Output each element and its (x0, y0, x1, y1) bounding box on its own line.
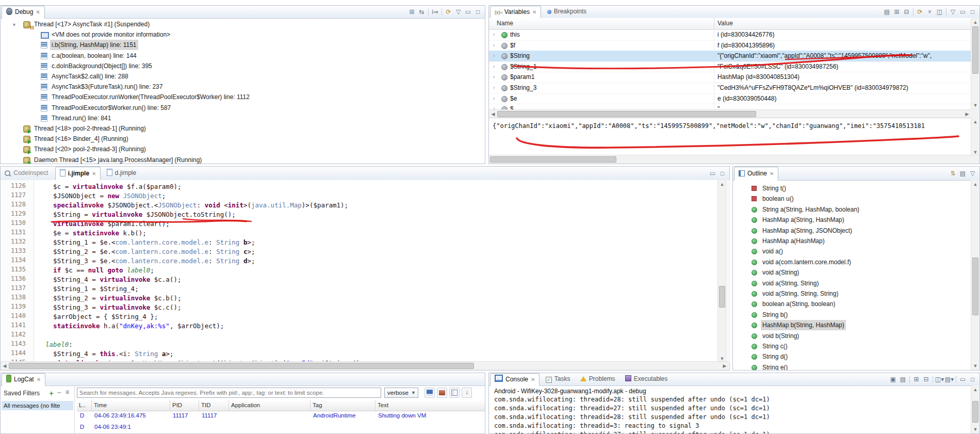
maximize-icon[interactable]: □ (968, 375, 977, 384)
debug-stack-frame[interactable]: ThreadPoolExecutor.runWorker(ThreadPoolE… (1, 92, 485, 102)
outline-item[interactable]: HashMap a(HashMap) (733, 236, 971, 246)
outline-item[interactable]: HashMap a(String, HashMap) (733, 215, 971, 225)
console-vertical-scrollbar[interactable]: ▲▼ (971, 385, 979, 433)
code-line[interactable]: $String_2 = virtualinvoke $c.b(); (38, 294, 717, 303)
tab-debug[interactable]: Debug✕ (2, 6, 45, 19)
collapse-all-icon[interactable]: ⊟ (902, 7, 911, 17)
step-into-icon[interactable]: i⇒ (430, 7, 440, 17)
tab-variables[interactable]: (x)=Variables✕ (490, 6, 541, 19)
outline-item[interactable]: void b(String) (733, 331, 971, 341)
logcat-column-header[interactable]: L.. (77, 400, 91, 411)
debug-stack-frame[interactable]: c.a(boolean, boolean) line: 144 (1, 51, 485, 61)
show-type-names-icon[interactable]: ▤ (882, 7, 892, 17)
outline-item[interactable]: String b() (733, 310, 971, 320)
display-selected-icon[interactable]: ⊟ (921, 375, 931, 384)
step-filters-icon[interactable]: ⇆ (417, 7, 427, 17)
tab-problems[interactable]: Problems (576, 373, 619, 385)
variable-row[interactable]: ›$String"{"origChanId":"xiaomi","appId":… (489, 51, 971, 62)
minimize-icon[interactable]: ▭ (708, 169, 717, 178)
view-menu-icon[interactable]: ▽ (453, 7, 463, 17)
code-line[interactable]: $JSONObject = new JSONObject; (38, 191, 717, 201)
logcat-column-header[interactable]: Tag (310, 400, 375, 411)
close-icon[interactable]: ✕ (37, 377, 41, 382)
close-icon[interactable]: ✕ (92, 171, 96, 176)
open-console-icon[interactable]: ◫▾ (935, 375, 944, 384)
debug-stack-frame[interactable]: AsyncTask$3(FutureTask).run() line: 237 (1, 82, 485, 92)
debug-thread-row[interactable]: Thread [<16> Binder_4] (Running) (1, 134, 485, 144)
outline-item[interactable]: HashMap b(String, HashMap) (733, 320, 971, 330)
remove-all-icon[interactable]: ◫ (935, 7, 944, 17)
close-icon[interactable]: ✕ (531, 377, 535, 382)
logcat-column-header[interactable]: Application (228, 400, 310, 411)
logcat-search-input[interactable] (77, 388, 381, 398)
variables-detail-pane[interactable]: {"origChanId":"xiaomi","appId":"A0008","… (489, 118, 971, 157)
variable-row[interactable]: ›$String_3"CedH3%A^uFFsZvFH9T8QAZe*Lm%qi… (489, 83, 971, 94)
column-header-name[interactable]: Name (497, 20, 513, 27)
filter-menu-icon[interactable]: ≡ (66, 389, 69, 396)
maximize-icon[interactable]: □ (473, 7, 483, 17)
code-line[interactable]: staticinvoke h.a("dnKey,ak:%s", $arrObje… (38, 322, 717, 331)
clear-console-icon[interactable]: ▣ (888, 375, 898, 384)
show-logical-structure-icon[interactable]: ⊞ (892, 7, 902, 17)
new-watch-icon[interactable]: ⟳ (915, 7, 925, 17)
code-area[interactable]: 1126 $c = virtualinvoke $f.a($param0);11… (1, 180, 717, 363)
tab-breakpoints[interactable]: Breakpoints (543, 6, 591, 18)
tree-expander-icon[interactable]: › (493, 72, 495, 82)
sort-icon[interactable]: ⇅ (948, 169, 958, 178)
code-line[interactable]: $String_4 = this.<i: String a>; (38, 349, 717, 359)
outline-item[interactable]: String t() (733, 183, 971, 194)
variable-row[interactable]: ›thisi (id=830034426776) (489, 29, 971, 41)
clear-log-icon[interactable] (437, 388, 447, 398)
variable-row[interactable]: ›$ff (id=830041395896) (489, 40, 971, 52)
logcat-column-header[interactable]: Text (375, 400, 486, 411)
outline-item[interactable]: String e() (733, 362, 971, 370)
code-line[interactable]: $String_3 = $e.<com.lantern.core.model.e… (38, 256, 717, 266)
tree-expander-icon[interactable]: ▾ (13, 20, 15, 30)
variable-row[interactable]: ›$ee (id=830039050448) (489, 93, 971, 105)
detail-horizontal-scrollbar[interactable] (489, 155, 979, 164)
close-icon[interactable]: ✕ (770, 171, 774, 176)
remove-icon[interactable]: × (925, 7, 935, 17)
variable-row[interactable]: ›$".. (489, 104, 971, 109)
tree-expander-icon[interactable]: › (493, 29, 495, 40)
debug-thread-row[interactable]: Daemon Thread [<15> java.lang.ProcessMan… (1, 155, 485, 164)
outline-vertical-scrollbar[interactable]: ▲▼ (971, 180, 979, 370)
tab-d-jimple[interactable]: d.jimple (103, 167, 140, 180)
outline-item[interactable]: void a(String, String, String) (733, 288, 971, 299)
log-level-dropdown[interactable]: verbose ▼ (384, 388, 418, 398)
variable-row[interactable]: ›$param1HashMap (id=830040851304) (489, 72, 971, 83)
code-line[interactable]: $String_3 = virtualinvoke $c.c(); (38, 303, 717, 312)
tree-expander-icon[interactable]: › (493, 93, 495, 104)
code-line[interactable]: $String_2 = $e.<com.lantern.core.model.e… (38, 247, 717, 256)
code-line[interactable]: $String = virtualinvoke $JSONObject.toSt… (38, 210, 717, 219)
tree-expander-icon[interactable]: › (493, 40, 495, 51)
display-panes-icon[interactable] (449, 388, 460, 398)
filter-item-all-messages[interactable]: All messages (no filte (2, 401, 73, 410)
outline-item[interactable]: boolean a(String, boolean) (733, 299, 971, 309)
tab-i-jimple[interactable]: i.jimple✕ (55, 167, 101, 181)
outline-item[interactable]: String d() (733, 351, 971, 362)
debug-stack-frame[interactable]: AsyncTask$2.call() line: 288 (1, 71, 485, 82)
debug-stack-frame[interactable]: Thread.run() line: 841 (1, 113, 485, 123)
outline-item[interactable]: void a() (733, 246, 971, 256)
filter-icon[interactable]: ▤ (958, 169, 968, 178)
code-line[interactable]: $String_4 = virtualinvoke $c.a(); (38, 275, 717, 284)
debug-thread-row[interactable]: Thread [<18> pool-2-thread-1] (Running) (1, 123, 485, 134)
debug-stack-frame[interactable]: <VM does not provide monitor information… (1, 29, 485, 40)
code-line[interactable]: virtualinvoke $param1.clear(); (38, 219, 717, 229)
view-menu-icon[interactable]: ▽ (968, 169, 977, 178)
logcat-row[interactable]: D04-06 23:49:1 (77, 424, 485, 433)
outline-item[interactable]: void a(String, String) (733, 278, 971, 288)
editor-horizontal-scrollbar[interactable]: ◀▶ (1, 361, 729, 370)
debug-stack-frame[interactable]: c.doInBackground(Object[]) line: 395 (1, 61, 485, 71)
logcat-column-header[interactable]: PID (170, 400, 199, 411)
outline-item[interactable]: String c() (733, 341, 971, 351)
scroll-lock-icon[interactable]: ▤ (898, 375, 908, 384)
code-line[interactable]: $c = virtualinvoke $f.a($param0); (38, 182, 717, 191)
code-line[interactable]: $arrObject = { $String_4 }; (38, 312, 717, 322)
tab-codeinspect[interactable]: CodeInspect (1, 167, 52, 180)
remove-filter-icon[interactable]: − (57, 389, 61, 396)
column-header-value[interactable]: Value (717, 20, 733, 27)
code-line[interactable]: label0: (38, 340, 717, 349)
tree-expander-icon[interactable]: › (493, 51, 495, 61)
